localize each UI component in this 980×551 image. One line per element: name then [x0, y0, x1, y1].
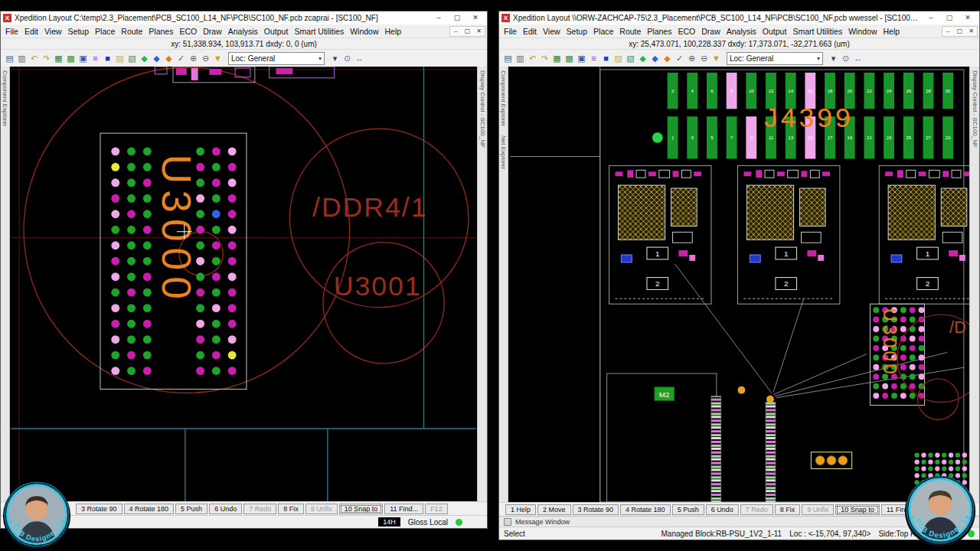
route-mode-icon[interactable]: ◆: [163, 52, 175, 64]
board-setup-icon[interactable]: ▦: [551, 52, 563, 64]
pcb-canvas-right[interactable]: 1 2 24681012141618202224262830135: [508, 67, 969, 502]
menu-eco[interactable]: ECO: [176, 26, 200, 37]
find-icon[interactable]: ⊙: [341, 52, 353, 64]
menu-setup[interactable]: Setup: [65, 26, 92, 37]
loc-selector[interactable]: Loc: General ▾: [228, 52, 325, 65]
editor-control-icon[interactable]: ▣: [77, 52, 89, 64]
dropdown-icon[interactable]: ▾: [828, 52, 839, 64]
title-bar[interactable]: X Xpedition Layout \\ORW-ZACHCAP-75\2.3_…: [499, 11, 979, 24]
menu-route[interactable]: Route: [616, 26, 644, 37]
panel-tab-display-control[interactable]: Display Control - SC100_NF: [479, 70, 486, 148]
menu-analysis[interactable]: Analysis: [724, 26, 760, 37]
save-icon[interactable]: ▤: [502, 52, 514, 64]
place-mode-icon[interactable]: ◆: [637, 52, 648, 64]
fkey-5-push[interactable]: 5 Push: [175, 504, 207, 514]
fkey-1-help[interactable]: 1 Help: [505, 504, 536, 515]
board-setup-icon[interactable]: ▦: [53, 52, 64, 64]
print-icon[interactable]: ▥: [16, 52, 28, 64]
fkey-11-find[interactable]: 11 Find...: [384, 504, 423, 514]
pcb-canvas-left[interactable]: U3000 /DDR4/1 U3001: [10, 67, 477, 501]
menu-window[interactable]: Window: [347, 26, 381, 37]
fkey-9-unfix[interactable]: 9 Unfix: [802, 504, 834, 515]
menu-output[interactable]: Output: [261, 26, 292, 37]
hatch-icon[interactable]: ▨: [612, 52, 624, 64]
fkey-10-snap-to[interactable]: 10 Snap to: [339, 504, 384, 514]
fkey-5-push[interactable]: 5 Push: [672, 504, 704, 515]
right-panel-strip[interactable]: Display Control - SC100_NF: [477, 67, 487, 501]
fkey-4-rotate-180[interactable]: 4 Rotate 180: [620, 504, 671, 515]
fill-icon[interactable]: ▧: [625, 52, 636, 64]
filter-icon[interactable]: ▼: [212, 52, 224, 64]
fkey-f12[interactable]: F12: [425, 504, 448, 514]
maximize-button[interactable]: ▢: [462, 27, 473, 36]
fkey-9-unfix[interactable]: 9 Unfix: [305, 504, 338, 514]
close-button[interactable]: ✕: [965, 27, 977, 36]
zoom-in-icon[interactable]: ⊕: [188, 52, 199, 64]
menu-file[interactable]: File: [2, 26, 21, 37]
menu-draw[interactable]: Draw: [200, 26, 225, 37]
power-module-1[interactable]: [609, 165, 711, 304]
menu-edit[interactable]: Edit: [21, 26, 41, 37]
zoom-out-icon[interactable]: ⊖: [698, 52, 710, 64]
managed-block-m2[interactable]: M2: [655, 387, 675, 401]
panel-tab-net-explorer[interactable]: Net Explorer: [500, 135, 507, 169]
route-mode-icon[interactable]: ◆: [662, 52, 673, 64]
pcb-view-left[interactable]: U3000 /DDR4/1 U3001: [10, 67, 477, 501]
via-mode-icon[interactable]: ◆: [151, 52, 162, 64]
menu-place[interactable]: Place: [590, 26, 616, 37]
layer-stack-icon[interactable]: ≡: [588, 52, 599, 64]
layer-stack-icon[interactable]: ≡: [90, 52, 101, 64]
minimize-button[interactable]: –: [922, 12, 940, 24]
print-icon[interactable]: ▥: [514, 52, 526, 64]
hatch-icon[interactable]: ▨: [114, 52, 126, 64]
menu-draw[interactable]: Draw: [698, 26, 724, 37]
menu-planes[interactable]: Planes: [644, 26, 675, 37]
menu-planes[interactable]: Planes: [145, 26, 176, 37]
minimize-button[interactable]: –: [430, 12, 448, 24]
undo-icon[interactable]: ↶: [28, 52, 40, 64]
fkey-7-redo[interactable]: 7 Redo: [243, 504, 276, 514]
redo-icon[interactable]: ↷: [539, 52, 550, 64]
undo-icon[interactable]: ↶: [527, 52, 538, 64]
via-mode-icon[interactable]: ◆: [649, 52, 661, 64]
panel-tab-component-explorer[interactable]: Component Explorer: [500, 70, 507, 126]
menu-help[interactable]: Help: [880, 26, 903, 37]
filter-icon[interactable]: ▼: [710, 52, 722, 64]
top-edge-components[interactable]: [155, 67, 335, 83]
fkey-8-fix[interactable]: 8 Fix: [278, 504, 304, 514]
measure-icon[interactable]: ↔: [852, 52, 864, 64]
maximize-button[interactable]: ▢: [448, 12, 466, 24]
right-panel-strip[interactable]: Display Control - SC100_NF: [969, 67, 979, 502]
save-icon[interactable]: ▤: [4, 52, 15, 64]
place-mode-icon[interactable]: ◆: [139, 52, 150, 64]
power-module-2[interactable]: [738, 165, 840, 304]
fkey-7-redo[interactable]: 7 Redo: [740, 504, 773, 515]
resistor-array-2[interactable]: [766, 403, 776, 502]
menu-output[interactable]: Output: [760, 26, 790, 37]
left-panel-strip[interactable]: Component ExplorerNet Explorer: [499, 67, 508, 502]
loc-selector[interactable]: Loc: General ▾: [727, 52, 823, 65]
find-icon[interactable]: ⊙: [840, 52, 851, 64]
fkey-3-rotate-90[interactable]: 3 Rotate 90: [76, 504, 122, 514]
close-button[interactable]: ✕: [473, 27, 485, 36]
fkey-3-rotate-90[interactable]: 3 Rotate 90: [573, 504, 619, 515]
menu-route[interactable]: Route: [118, 26, 145, 37]
title-bar[interactable]: X Xpedition Layout C:\temp\2.3_Placement…: [1, 11, 487, 24]
maximize-button[interactable]: ▢: [940, 12, 959, 24]
menu-smart-utilities[interactable]: Smart Utilities: [789, 26, 845, 37]
redo-icon[interactable]: ↷: [41, 52, 52, 64]
menu-help[interactable]: Help: [382, 26, 405, 37]
maximize-button[interactable]: ▢: [954, 27, 965, 36]
display-control-icon[interactable]: ▩: [65, 52, 77, 64]
zoom-in-icon[interactable]: ⊕: [686, 52, 697, 64]
highlighted-component[interactable]: [811, 452, 851, 469]
menu-view[interactable]: View: [540, 26, 564, 37]
close-button[interactable]: ✕: [959, 12, 977, 24]
menu-view[interactable]: View: [41, 26, 65, 37]
fkey-10-snap-to[interactable]: 10 Snap to: [835, 504, 880, 515]
drc-check-icon[interactable]: ✓: [674, 52, 685, 64]
display-control-icon[interactable]: ▩: [564, 52, 575, 64]
resistor-array-1[interactable]: [711, 396, 721, 502]
drc-check-icon[interactable]: ✓: [175, 52, 187, 64]
minimize-button[interactable]: –: [942, 27, 954, 36]
